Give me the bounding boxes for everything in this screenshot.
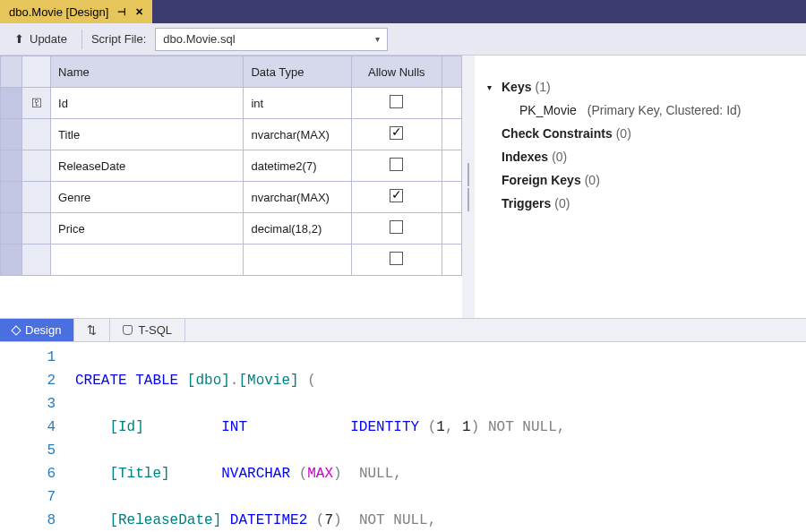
- allow-nulls-cell[interactable]: [351, 119, 442, 150]
- table-row[interactable]: ⚿Idint: [1, 88, 462, 119]
- line-number: 2: [0, 369, 56, 392]
- vertical-splitter[interactable]: [462, 56, 475, 318]
- truncated-cell: [442, 119, 461, 150]
- table-row[interactable]: Genrenvarchar(MAX): [1, 182, 462, 213]
- checkbox-icon[interactable]: [390, 189, 403, 202]
- foreign-keys-header[interactable]: Foreign Keys (0): [487, 168, 797, 192]
- toolbar: ⬆ Update Script File: dbo.Movie.sql ▾: [0, 23, 806, 56]
- pin-icon[interactable]: ⊣: [117, 6, 126, 18]
- type-cell[interactable]: nvarchar(MAX): [244, 119, 351, 150]
- keys-header[interactable]: ▾ Keys (1): [487, 75, 797, 99]
- grid-header-allownulls[interactable]: Allow Nulls: [351, 56, 442, 88]
- document-tab-bar: dbo.Movie [Design] ⊣ ✕: [0, 0, 806, 23]
- type-cell[interactable]: datetime2(7): [244, 150, 351, 182]
- grid-header-row: Name Data Type Allow Nulls: [1, 56, 462, 88]
- allow-nulls-cell[interactable]: [351, 213, 442, 245]
- truncated-cell: [442, 88, 461, 119]
- allow-nulls-cell[interactable]: [351, 88, 442, 119]
- indexes-label: Indexes: [502, 150, 548, 164]
- grid-header-datatype[interactable]: Data Type: [244, 56, 351, 88]
- type-cell[interactable]: int: [244, 88, 351, 119]
- line-number: 3: [0, 392, 56, 416]
- allow-nulls-cell[interactable]: [351, 182, 442, 213]
- checkbox-icon[interactable]: [390, 252, 403, 265]
- tab-design[interactable]: Design: [0, 319, 74, 341]
- table-row[interactable]: Pricedecimal(18,2): [1, 213, 462, 245]
- pk-cell: [22, 119, 51, 150]
- key-name: PK_Movie: [519, 103, 577, 117]
- allow-nulls-cell[interactable]: [351, 150, 442, 182]
- allow-nulls-cell[interactable]: [351, 245, 442, 276]
- name-cell[interactable]: [51, 245, 244, 276]
- script-file-select[interactable]: dbo.Movie.sql ▾: [155, 28, 388, 51]
- script-file-label: Script File:: [90, 32, 148, 46]
- name-cell[interactable]: Genre: [51, 182, 244, 213]
- database-icon: [123, 325, 133, 335]
- truncated-cell: [442, 213, 461, 245]
- name-cell[interactable]: ReleaseDate: [51, 150, 244, 182]
- pk-cell: ⚿: [22, 88, 51, 119]
- expand-collapse-icon[interactable]: ▾: [487, 82, 498, 92]
- close-icon[interactable]: ✕: [135, 6, 143, 18]
- foreign-keys-label: Foreign Keys: [502, 173, 581, 187]
- code-area[interactable]: CREATE TABLE [dbo].[Movie] ( [Id] INT ID…: [75, 346, 806, 532]
- tab-tsql[interactable]: T-SQL: [110, 319, 185, 341]
- grid-key-header: [22, 56, 51, 88]
- line-number: 5: [0, 439, 56, 462]
- grid-header-name[interactable]: Name: [51, 56, 244, 88]
- table-row[interactable]: Titlenvarchar(MAX): [1, 119, 462, 150]
- tab-swap[interactable]: ⇅: [74, 319, 110, 341]
- name-cell[interactable]: Price: [51, 213, 244, 245]
- row-header[interactable]: [1, 182, 22, 213]
- row-header[interactable]: [1, 119, 22, 150]
- document-tab[interactable]: dbo.Movie [Design] ⊣ ✕: [0, 0, 152, 23]
- line-number: 7: [0, 485, 56, 509]
- columns-grid[interactable]: Name Data Type Allow Nulls ⚿IdintTitlenv…: [0, 56, 462, 276]
- chevron-down-icon: ▾: [375, 34, 380, 44]
- truncated-cell: [442, 245, 461, 276]
- design-icon: [11, 325, 21, 335]
- check-constraints-count: (0): [616, 126, 631, 141]
- grid-corner: [1, 56, 22, 88]
- line-number: 8: [0, 509, 56, 532]
- checkbox-icon[interactable]: [390, 126, 403, 140]
- name-cell[interactable]: Title: [51, 119, 244, 150]
- splitter-grip-icon: [467, 163, 469, 186]
- key-detail: (Primary Key, Clustered: Id): [587, 103, 742, 117]
- row-header[interactable]: [1, 213, 22, 245]
- table-row[interactable]: ReleaseDatedatetime2(7): [1, 150, 462, 182]
- sql-editor[interactable]: 1 2 3 4 5 6 7 8 CREATE TABLE [dbo].[Movi…: [0, 342, 806, 532]
- checkbox-icon[interactable]: [390, 220, 403, 234]
- designer-upper-pane: Name Data Type Allow Nulls ⚿IdintTitlenv…: [0, 56, 806, 319]
- type-cell[interactable]: decimal(18,2): [244, 213, 351, 245]
- bottom-tab-bar: Design ⇅ T-SQL: [0, 319, 806, 342]
- line-number: 6: [0, 462, 56, 485]
- row-header[interactable]: [1, 245, 22, 276]
- truncated-cell: [442, 182, 461, 213]
- type-cell[interactable]: nvarchar(MAX): [244, 182, 351, 213]
- pk-cell: [22, 245, 51, 276]
- keys-panel: ▾ Keys (1) PK_Movie (Primary Key, Cluste…: [475, 56, 806, 318]
- name-cell[interactable]: Id: [51, 88, 244, 119]
- check-constraints-header[interactable]: Check Constraints (0): [487, 122, 797, 145]
- grid-header-truncated: [442, 56, 461, 88]
- triggers-label: Triggers: [502, 196, 551, 210]
- pk-cell: [22, 150, 51, 182]
- tab-design-label: Design: [25, 323, 61, 337]
- row-header[interactable]: [1, 150, 22, 182]
- indexes-header[interactable]: Indexes (0): [487, 145, 797, 168]
- update-button[interactable]: ⬆ Update: [7, 29, 74, 49]
- line-number: 4: [0, 416, 56, 439]
- key-item[interactable]: PK_Movie (Primary Key, Clustered: Id): [487, 99, 797, 122]
- tab-tsql-label: T-SQL: [138, 323, 172, 337]
- type-cell[interactable]: [244, 245, 351, 276]
- triggers-header[interactable]: Triggers (0): [487, 192, 797, 215]
- check-constraints-label: Check Constraints: [502, 126, 613, 141]
- checkbox-icon[interactable]: [390, 95, 403, 108]
- script-file-value: dbo.Movie.sql: [163, 32, 235, 46]
- pk-cell: [22, 182, 51, 213]
- checkbox-icon[interactable]: [390, 158, 403, 171]
- upload-icon: ⬆: [14, 32, 24, 46]
- row-header[interactable]: [1, 88, 22, 119]
- table-row[interactable]: [1, 245, 462, 276]
